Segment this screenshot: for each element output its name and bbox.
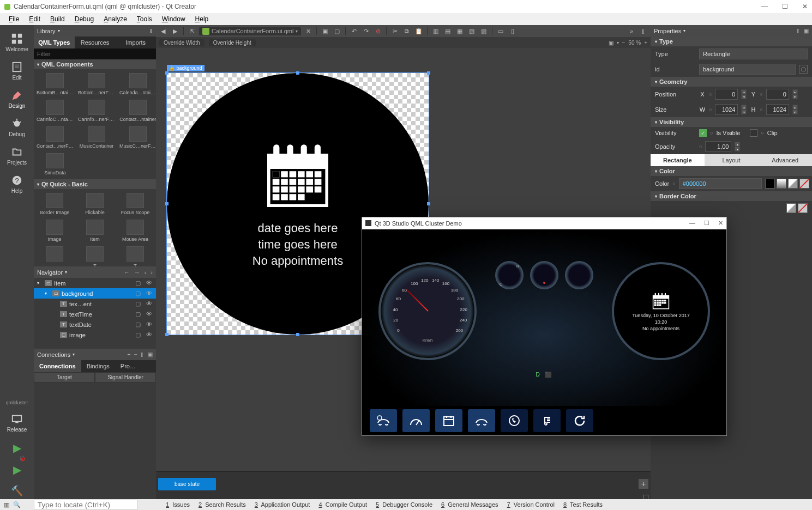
status-pane-button[interactable]: 6 General Messages [437, 501, 503, 508]
visibility-toggle-icon[interactable]: 👁 [145, 321, 153, 328]
lib-item[interactable]: MusicC…nerForm [118, 125, 156, 150]
kit-selector[interactable]: Release [1, 411, 33, 435]
overflow-icon[interactable]: » [627, 26, 636, 36]
zoom-out-icon[interactable]: − [622, 40, 625, 46]
menu-window[interactable]: Window [158, 14, 190, 24]
opacity-input[interactable] [705, 141, 731, 152]
demo-titlebar[interactable]: Qt 3D Studio QML Cluster Demo — ☐ ✕ [362, 217, 726, 229]
override-height-button[interactable]: Override Height [209, 39, 256, 46]
id-export-icon[interactable]: ▢ [799, 65, 808, 74]
lib-item[interactable]: BottomB…ntainer [35, 71, 75, 97]
panel-split-icon[interactable]: ⫿ [150, 28, 153, 34]
status-pane-button[interactable]: 3 Application Output [250, 501, 315, 508]
layout-icon-5[interactable]: ▨ [479, 26, 489, 36]
prop-tab-advanced[interactable]: Advanced [758, 154, 812, 166]
prop-split-icon[interactable]: ⫿ [797, 27, 800, 34]
conn-tab-connections[interactable]: Connections [34, 360, 81, 372]
menu-analyze[interactable]: Analyze [99, 14, 131, 24]
nav-row[interactable]: Ttex…ent▢👁 [34, 299, 156, 309]
color-gradient-button[interactable] [777, 179, 786, 189]
demo-btn-car-settings[interactable] [370, 409, 397, 432]
demo-window[interactable]: Qt 3D Studio QML Cluster Demo — ☐ ✕ 0204… [362, 217, 727, 436]
border-none-button[interactable] [798, 203, 808, 213]
cut-icon[interactable]: ✂ [390, 26, 400, 36]
mode-design[interactable]: Design [1, 87, 33, 111]
lib-item[interactable]: Contact…nerForm [35, 125, 75, 150]
lib-item[interactable]: Focus Scope [116, 191, 155, 217]
nav-row[interactable]: TtextDate▢👁 [34, 319, 156, 330]
nav-row[interactable]: ▢image▢👁 [34, 330, 156, 340]
lib-section-qml-components[interactable]: QML Components [34, 59, 156, 69]
demo-btn-gauge[interactable] [402, 409, 430, 432]
lib-item[interactable]: SimuData [35, 151, 75, 177]
prop-tab-layout[interactable]: Layout [705, 154, 759, 166]
nav-up-icon[interactable]: ‹ [145, 269, 147, 276]
pos-y-input[interactable] [766, 89, 789, 100]
demo-btn-car-info[interactable] [468, 409, 495, 432]
lib-item[interactable]: Image [35, 218, 74, 244]
mode-debug[interactable]: Debug [1, 116, 33, 139]
tb-icon-2[interactable]: ▢ [332, 26, 342, 36]
add-state-button[interactable]: + [639, 479, 648, 489]
nav-fwd-icon[interactable]: → [134, 269, 140, 276]
paste-icon[interactable]: 📋 [414, 26, 424, 36]
prop-tab-rectangle[interactable]: Rectangle [651, 154, 705, 166]
text-appointment[interactable]: No appointments [252, 254, 343, 268]
redo-icon[interactable]: ↷ [361, 26, 371, 36]
project-kit-selector[interactable]: qmlcluster [4, 399, 29, 406]
zoom-in-icon[interactable]: + [644, 40, 647, 46]
override-width-button[interactable]: Override Width [159, 39, 204, 46]
demo-btn-reload[interactable] [566, 409, 593, 432]
state-base[interactable]: base state [158, 478, 216, 490]
layout-icon-4[interactable]: ▧ [467, 26, 477, 36]
undo-icon[interactable]: ↶ [349, 26, 359, 36]
layout-icon-2[interactable]: ▤ [443, 26, 453, 36]
color-solid-button[interactable] [765, 179, 775, 189]
tab-imports[interactable]: Imports [115, 37, 156, 48]
lib-item[interactable]: T [116, 245, 155, 266]
menu-build[interactable]: Build [46, 14, 69, 24]
lib-item[interactable]: MusicContainer [76, 125, 117, 150]
lib-item[interactable]: Mouse Area [116, 218, 155, 244]
lib-item[interactable]: Flickable [75, 191, 115, 217]
run-button[interactable]: ▶ [13, 439, 21, 457]
section-color[interactable]: Color [651, 166, 812, 176]
conn-remove-icon[interactable]: − [134, 351, 137, 358]
text-time[interactable]: time goes here [258, 238, 338, 252]
export-toggle-icon[interactable]: ▢ [134, 321, 142, 328]
lib-item[interactable] [35, 245, 74, 266]
visibility-toggle-icon[interactable]: 👁 [145, 331, 153, 338]
build-button[interactable]: 🔨 [11, 483, 23, 499]
minimize-button[interactable]: — [761, 3, 768, 10]
maximize-button[interactable]: ☐ [782, 3, 788, 10]
is-visible-checkbox[interactable]: ✓ [699, 129, 707, 137]
conn-add-icon[interactable]: + [127, 351, 130, 358]
menu-tools[interactable]: Tools [133, 14, 157, 24]
layout-icon-1[interactable]: ▥ [431, 26, 441, 36]
size-h-input[interactable] [766, 104, 789, 115]
id-input[interactable] [699, 64, 796, 75]
text-date[interactable]: date goes here [258, 221, 338, 235]
close-button[interactable]: ✕ [802, 3, 808, 10]
color-input[interactable] [679, 178, 762, 189]
close-file-icon[interactable]: ✕ [303, 26, 313, 36]
lib-item[interactable]: T [75, 245, 115, 266]
status-pane-button[interactable]: 5 Debugger Console [371, 501, 437, 508]
back-icon[interactable]: ◀ [158, 26, 168, 36]
tab-resources[interactable]: Resources [75, 37, 116, 48]
conn-tab-bindings[interactable]: Bindings [81, 360, 115, 372]
lib-item[interactable]: CarInfo…nerForm [76, 98, 117, 124]
demo-btn-music[interactable] [533, 409, 561, 432]
prop-close-icon[interactable]: ▣ [803, 27, 809, 34]
zoom-fit-icon[interactable]: ▣ [609, 40, 613, 46]
demo-btn-calendar[interactable] [435, 409, 462, 432]
copy-icon[interactable]: ⧉ [402, 26, 412, 36]
connections-body[interactable] [34, 382, 156, 499]
section-border-color[interactable]: Border Color [651, 191, 812, 201]
nav-row[interactable]: TtextTime▢👁 [34, 309, 156, 319]
layout-icon-3[interactable]: ▦ [455, 26, 465, 36]
type-input[interactable] [699, 48, 808, 59]
visibility-toggle-icon[interactable]: 👁 [145, 311, 153, 318]
locator-input[interactable] [34, 500, 137, 510]
color-gradient2-button[interactable] [788, 179, 798, 189]
